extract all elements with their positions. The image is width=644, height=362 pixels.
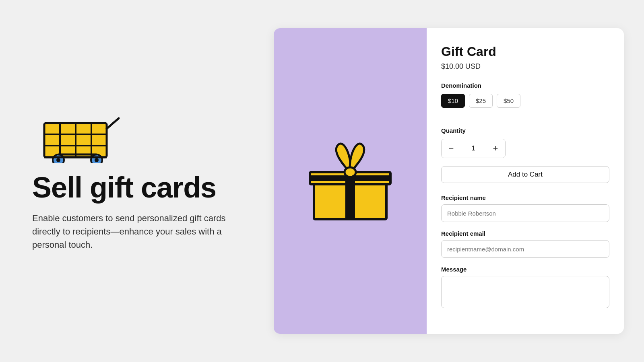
recipient-email-input[interactable] <box>441 240 609 258</box>
quantity-decrement-button[interactable]: − <box>442 139 461 158</box>
cart-icon-container <box>32 111 121 163</box>
recipient-name-section: Recipient name <box>441 194 609 222</box>
quantity-section: Quantity − 1 + <box>441 127 609 158</box>
message-section: Message <box>441 266 609 310</box>
denom-10-button[interactable]: $10 <box>441 94 465 108</box>
denomination-options: $10 $25 $50 <box>441 94 609 108</box>
gift-box-icon <box>306 137 394 225</box>
recipient-name-input[interactable] <box>441 204 609 222</box>
denom-50-button[interactable]: $50 <box>497 94 520 108</box>
recipient-email-section: Recipient email <box>441 230 609 258</box>
product-details: Gift Card $10.00 USD Denomination $10 $2… <box>427 28 624 334</box>
svg-point-8 <box>56 158 60 162</box>
denomination-label: Denomination <box>441 82 609 89</box>
add-to-cart-button[interactable]: Add to Cart <box>441 166 609 183</box>
product-image-area <box>274 28 427 334</box>
left-section: Sell gift cards Enable customers to send… <box>0 87 274 276</box>
denomination-section: Denomination $10 $25 $50 <box>441 82 609 119</box>
quantity-control: − 1 + <box>441 139 506 158</box>
quantity-label: Quantity <box>441 127 609 134</box>
recipient-email-label: Recipient email <box>441 230 609 237</box>
product-card: Gift Card $10.00 USD Denomination $10 $2… <box>274 28 624 334</box>
recipient-name-label: Recipient name <box>441 194 609 201</box>
product-title: Gift Card <box>441 44 609 59</box>
description: Enable customers to send personalized gi… <box>32 212 233 251</box>
svg-line-6 <box>107 118 119 129</box>
shopping-cart-icon <box>32 111 121 163</box>
message-textarea[interactable] <box>441 276 609 308</box>
right-section: Gift Card $10.00 USD Denomination $10 $2… <box>274 0 644 362</box>
svg-point-17 <box>345 167 356 177</box>
product-price: $10.00 USD <box>441 62 609 71</box>
quantity-increment-button[interactable]: + <box>486 139 505 158</box>
quantity-value: 1 <box>461 145 486 152</box>
message-label: Message <box>441 266 609 273</box>
denom-25-button[interactable]: $25 <box>469 94 493 108</box>
headline: Sell gift cards <box>32 173 242 202</box>
svg-point-10 <box>95 158 99 162</box>
